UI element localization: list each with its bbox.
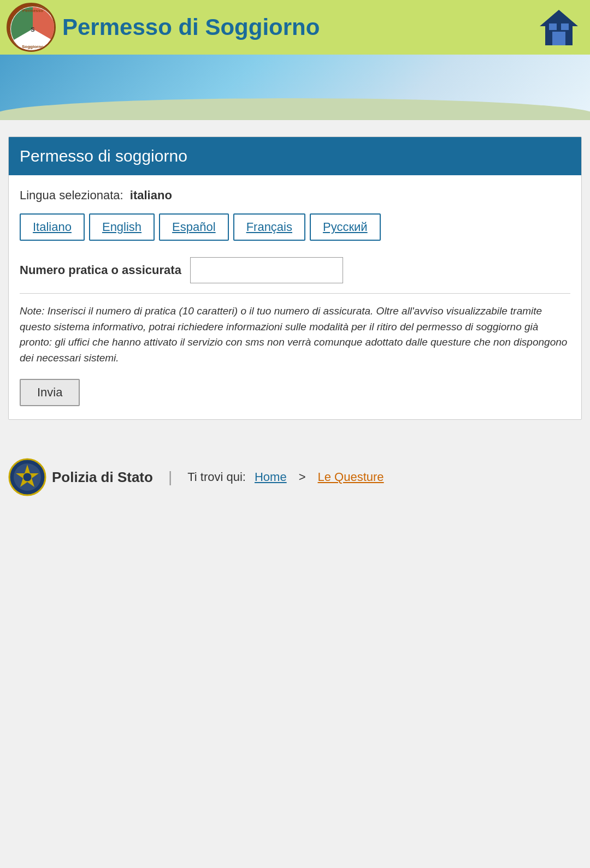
svg-point-13 — [23, 473, 32, 481]
polizia-logo: Polizia di Stato — [8, 458, 153, 496]
lang-btn-russian[interactable]: Русский — [310, 213, 381, 241]
submit-button[interactable]: Invia — [20, 379, 80, 406]
card-title: Permesso di soggiorno — [20, 147, 570, 165]
language-status: Lingua selezionata: italiano — [20, 188, 570, 203]
page-header: S Permesso Soggiorno Permesso di Soggior… — [0, 0, 590, 55]
practice-number-row: Numero pratica o assicurata — [20, 257, 570, 283]
svg-rect-9 — [561, 23, 569, 30]
practice-number-label: Numero pratica o assicurata — [20, 263, 181, 277]
svg-rect-7 — [552, 32, 565, 45]
note-content: Inserisci il numero di pratica (10 carat… — [20, 305, 567, 364]
note-label: Note: — [20, 305, 44, 317]
lang-btn-francais[interactable]: Français — [233, 213, 305, 241]
breadcrumb-home-link[interactable]: Home — [255, 470, 287, 484]
practice-number-input[interactable] — [190, 257, 343, 283]
svg-text:Permesso: Permesso — [22, 8, 43, 13]
home-icon[interactable] — [534, 5, 583, 49]
footer-pipe: | — [168, 468, 172, 486]
svg-text:S: S — [31, 26, 34, 33]
main-content: Permesso di soggiorno Lingua selezionata… — [0, 120, 590, 436]
lang-btn-italiano[interactable]: Italiano — [20, 213, 85, 241]
main-card: Permesso di soggiorno Lingua selezionata… — [8, 136, 582, 420]
lang-btn-english[interactable]: English — [89, 213, 155, 241]
language-buttons-group: Italiano English Español Français Русски… — [20, 213, 570, 241]
app-title: Permesso di Soggiorno — [62, 14, 320, 40]
footer-inner: Polizia di Stato | Ti trovi qui: Home > … — [8, 458, 582, 496]
page-footer: Polizia di Stato | Ti trovi qui: Home > … — [0, 436, 590, 507]
app-logo: S Permesso Soggiorno — [7, 3, 56, 52]
lang-btn-espanol[interactable]: Español — [159, 213, 229, 241]
selected-language: italiano — [130, 188, 172, 202]
card-body: Lingua selezionata: italiano Italiano En… — [9, 175, 581, 419]
breadcrumb-separator: > — [299, 470, 306, 484]
polizia-label: Polizia di Stato — [52, 469, 153, 486]
breadcrumb-current-link[interactable]: Le Questure — [318, 470, 384, 484]
svg-rect-8 — [549, 23, 557, 30]
breadcrumb-prefix: Ti trovi qui: — [187, 470, 246, 484]
header-left: S Permesso Soggiorno Permesso di Soggior… — [7, 3, 320, 52]
note-paragraph: Note: Inserisci il numero di pratica (10… — [20, 304, 570, 366]
polizia-badge-icon — [8, 458, 46, 496]
card-header: Permesso di soggiorno — [9, 137, 581, 175]
banner — [0, 55, 590, 120]
svg-text:Soggiorno: Soggiorno — [22, 44, 44, 49]
language-label-text: Lingua selezionata: — [20, 188, 123, 202]
form-divider — [20, 293, 570, 294]
